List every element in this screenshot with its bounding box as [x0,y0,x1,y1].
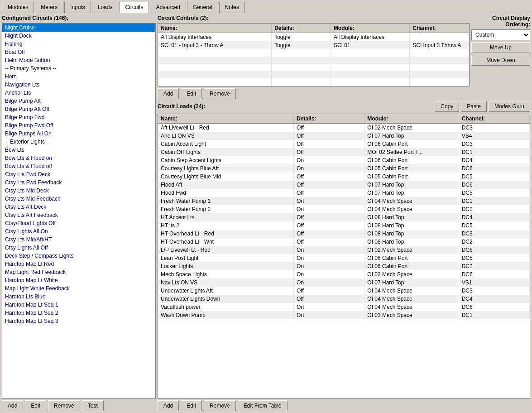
table-row[interactable]: Aft Livewell Lt - Red Off OI 02 Mech Spa… [158,124,530,132]
load-details: Off [294,295,364,303]
table-row[interactable]: Fresh Water Pump 2 On OI 04 Mech Space D… [158,205,530,213]
circuit-list-item[interactable]: Bilge Pump Aft Off [2,105,155,113]
remove-load-button[interactable]: Remove [204,400,236,411]
remove-circuit-button[interactable]: Remove [48,400,80,411]
circuit-list-item[interactable]: Hardtop Map Lt Seq 2 [2,309,155,317]
circuit-list-item[interactable]: Bilge Pumps All On [2,130,155,138]
table-row[interactable]: Cabin OH Lights Off MOI 02 Settee Port F… [158,148,530,156]
circuit-list[interactable]: Night CruiseNight DockFishingBoat OffHel… [2,23,156,399]
circuit-list-item[interactable]: Hardtop Map Lt Red [2,260,155,268]
tab-loads[interactable]: Loads [92,2,119,13]
table-row[interactable]: HT lts 2 Off OI 08 Hard Top DC5 [158,221,530,230]
table-row[interactable]: Wash Down Pump On OI 03 Mech Space DC1 [158,311,530,319]
load-module: OI 06 Cabin Port [364,140,459,148]
tab-modules[interactable]: Modules [2,2,34,13]
circuit-list-item[interactable]: Navigation Lts [2,81,155,89]
edit-circuit-button[interactable]: Edit [25,400,46,411]
table-row[interactable]: Anc Lt ON VS Off OI 07 Hard Top VS4 [158,132,530,140]
load-channel: DC3 [459,124,529,132]
circuit-list-item[interactable]: Hardtop Map Lt Seq 1 [2,301,155,309]
loads-header-row: Circuit Loads (24): Copy Paste Modes Gur… [158,101,530,112]
table-row[interactable]: Underwater Lights Down Off OI 04 Mech Sp… [158,295,530,303]
move-up-button[interactable]: Move Up [471,42,530,53]
add-load-button[interactable]: Add [158,400,179,411]
tab-general[interactable]: General [187,2,218,13]
table-row[interactable]: Vacuflush power On OI 04 Mech Space DC6 [158,303,530,311]
circuit-list-item[interactable]: Helm Mode Button [2,56,155,64]
circuit-list-item[interactable]: Boat Off [2,48,155,56]
circuit-list-item[interactable]: Bow Lts & Flood off [2,162,155,170]
table-row[interactable]: Lean Post Light On OI 06 Cabin Port DC5 [158,254,530,262]
circuit-list-item[interactable]: Bow Lts & Flood on [2,154,155,162]
circuit-list-item[interactable]: Ctsy Lts Mid Deck [2,187,155,195]
tab-notes[interactable]: Notes [219,2,245,13]
circuit-list-item[interactable]: Ctsy Lts Mid Feedback [2,195,155,203]
load-details: On [294,270,364,279]
copy-button[interactable]: Copy [435,101,459,112]
circuit-list-item[interactable]: Night Dock [2,32,155,40]
table-row[interactable]: Underwater Lights Aft Off OI 04 Mech Spa… [158,287,530,295]
circuit-list-item[interactable]: Bilge Pump Fwd [2,113,155,121]
circuit-list-item[interactable]: Ctsy Lts Fwd Feedback [2,178,155,187]
circuit-list-item[interactable]: Hardtop Map Lt Seq 3 [2,317,155,325]
move-down-button[interactable]: Move Down [471,55,530,66]
circuit-list-item[interactable]: Night Cruise [2,24,155,32]
tab-advanced[interactable]: Advanced [150,2,186,13]
circuit-list-item[interactable]: Bow Lts [2,146,155,154]
circuit-list-item[interactable]: Ctsy Lights All Off [2,244,155,252]
add-circuit-button[interactable]: Add [2,400,23,411]
edit-load-button[interactable]: Edit [181,400,202,411]
load-details: Off [294,181,364,189]
table-row[interactable]: HT Overhead Lt - Wht Off OI 08 Hard Top … [158,238,530,246]
load-details: On [294,164,364,173]
ordering-dropdown[interactable]: CustomAlphabeticalManual [471,29,530,40]
circuit-list-item[interactable]: Ctsy Lts Fwd Deck [2,170,155,178]
load-channel: DC6 [459,181,529,189]
circuit-list-item[interactable]: Anchor Lts [2,89,155,97]
test-circuit-button[interactable]: Test [82,400,104,411]
edit-from-table-button[interactable]: Edit From Table [238,400,288,411]
table-row[interactable]: Flood Fwd Off OI 07 Hard Top DC5 [158,189,530,197]
circuit-list-item[interactable]: Ctsy/Flood Lights Off [2,219,155,227]
circuit-list-item[interactable]: Horn [2,72,155,81]
tab-inputs[interactable]: Inputs [64,2,91,13]
table-row[interactable]: Fresh Water Pump 1 On OI 04 Mech Space D… [158,197,530,205]
circuit-list-item[interactable]: Ctsy Lts Mid/Aft/HT [2,235,155,244]
table-row[interactable]: Mech Space Lights On OI 03 Mech Space DC… [158,270,530,279]
circuit-list-item[interactable]: Bilge Pump Aft [2,97,155,105]
circuit-list-item[interactable]: Ctsy Lts Aft Feedback [2,211,155,219]
load-details: On [294,279,364,287]
table-row[interactable]: Courtesy Lights Blue Aft On OI 05 Cabin … [158,164,530,173]
circuit-list-item[interactable]: Ctsy Lts Aft Deck [2,203,155,211]
controls-col-name: Name: [158,24,272,33]
table-row[interactable]: HT Overhead Lt - Red Off OI 08 Hard Top … [158,230,530,238]
table-row[interactable]: SCI 01 - Input 3 - Throw A Toggle SCI 01… [158,41,469,49]
table-row[interactable]: L/P Livewell Lt - Red On OI 02 Mech Spac… [158,246,530,254]
table-row[interactable]: Nav Lts ON VS On OI 07 Hard Top VS1 [158,279,530,287]
table-row[interactable]: Cabin Accent Light Off OI 06 Cabin Port … [158,140,530,148]
table-row[interactable]: Locker Lights On OI 06 Cabin Port DC2 [158,262,530,270]
circuit-list-item[interactable]: Ctsy Lights All On [2,227,155,235]
table-row[interactable]: HT Accent Lts Off OI 08 Hard Top DC4 [158,213,530,221]
tab-meters[interactable]: Meters [35,2,63,13]
circuit-list-item[interactable]: Map Light White Feedback [2,284,155,293]
circuit-list-item[interactable]: Hardtop Lts Blue [2,293,155,301]
load-details: Off [294,230,364,238]
remove-control-button[interactable]: Remove [204,88,236,99]
paste-button[interactable]: Paste [461,101,487,112]
table-row[interactable]: Courtesy Lights Blue Mid Off OI 05 Cabin… [158,173,530,181]
table-row[interactable]: Cabin Step Accent Lights On OI 06 Cabin … [158,156,530,164]
table-row[interactable]: All Display Interfaces Toggle All Displa… [158,33,469,42]
circuit-list-item[interactable]: Deck Step / Compass Lights [2,252,155,260]
load-module: OI 07 Hard Top [364,189,459,197]
modes-guru-button[interactable]: Modes Guru [489,101,530,112]
table-row[interactable]: Flood Aft Off OI 07 Hard Top DC6 [158,181,530,189]
add-control-button[interactable]: Add [158,88,179,99]
circuit-list-item[interactable]: Fishing [2,40,155,48]
circuit-list-item[interactable]: Hardtop Map Lt White [2,276,155,284]
tab-circuits[interactable]: Circuits [119,2,149,13]
circuit-list-item[interactable]: Bilge Pump Fwd Off [2,121,155,130]
edit-control-button[interactable]: Edit [181,88,202,99]
load-module: OI 03 Mech Space [364,270,459,279]
circuit-list-item[interactable]: Map Light Red Feedback [2,268,155,276]
